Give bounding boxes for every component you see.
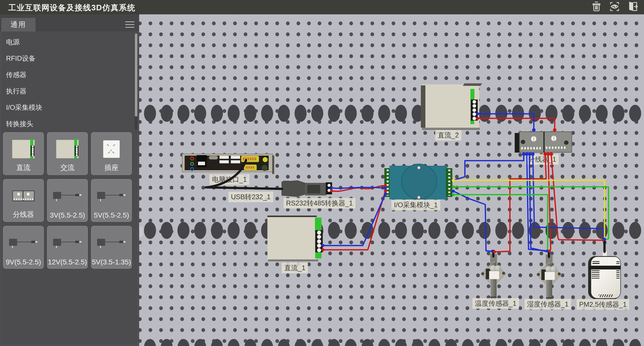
device-rs232-485-converter[interactable] [281,179,333,198]
palette-card-ac[interactable]: 交流 [47,132,88,175]
palette-card-dc[interactable]: 直流 [3,132,44,175]
category-menu: 电源 RFID设备 传感器 执行器 I/O采集模块 转换接头 [0,34,139,132]
device-splitter[interactable] [515,131,573,154]
round-connector-green [262,165,268,171]
view-preview-icon [609,1,621,14]
sidebar-scrollbar[interactable] [135,33,138,130]
device-label: 电脑接口_1 [210,174,249,185]
adapter-thumbnail [48,182,87,210]
sidebar: 通用 电源 RFID设备 传感器 执行器 I/O采集模块 转换接头 直流 [0,14,139,346]
palette-card-12v[interactable]: 12V(5.5-2.5) [47,226,88,269]
exit-icon [627,1,639,14]
usb-port-used [197,155,207,167]
exit-button[interactable] [626,1,639,13]
ps2-slot [209,156,218,159]
palette-card-5v-mini[interactable]: 5V(3.5-1.35) [91,226,132,269]
audio-jack-blue [190,167,194,171]
device-label: I/O采集模块_1 [391,200,440,210]
adapter-thumbnail [92,182,131,210]
serial-port-db9 [244,164,257,170]
trash-icon [590,1,602,14]
palette-card-splitter[interactable]: 分线器 [3,179,44,222]
device-io-module[interactable] [384,165,452,200]
socket-thumbnail [92,135,131,163]
adapter-thumbnail [4,229,43,257]
device-label: RS232转485转换器_1 [284,198,355,209]
app-window: 工业互联网设备及接线3D仿真系统 [0,0,644,346]
audio-jack-green [190,162,194,166]
sidebar-tab-row: 通用 [0,14,139,31]
top-bar: 工业互联网设备及接线3D仿真系统 [0,0,644,14]
device-pm25-sensor[interactable] [588,256,621,299]
splitter-thumbnail [4,182,43,210]
serial-port-db25 [241,156,259,162]
menu-icon[interactable] [125,21,134,30]
device-label: 温度传感器_1 [472,298,519,309]
device-label: USB转232_1 [228,192,273,202]
device-label: 分线器_1 [526,154,559,165]
device-label: PM2.5传感器_1 [577,299,629,310]
palette-card-9v[interactable]: 9V(5.5-2.5) [3,226,44,269]
io-terminal-strip-right [446,168,452,197]
audio-jack-red [190,157,194,160]
round-connector-yellow [263,157,268,162]
component-palette: 直流 交流 插座 分线器 [3,132,132,269]
tab-general[interactable]: 通用 [1,18,35,31]
ac-psu-thumbnail [48,135,87,163]
device-dc-power-2[interactable] [421,84,481,130]
adapter-thumbnail [92,229,131,257]
scrollbar-thumb[interactable] [135,33,137,117]
palette-card-socket[interactable]: 插座 [91,132,132,175]
app-title: 工业互联网设备及接线3D仿真系统 [8,3,136,13]
device-humidity-sensor[interactable] [536,254,562,302]
usb-ports [219,156,229,164]
sidebar-item-power[interactable]: 电源 [0,34,139,50]
dc-psu-thumbnail [4,135,43,163]
trash-button[interactable] [590,1,603,13]
device-computer-port[interactable] [182,154,273,172]
sidebar-item-io-module[interactable]: I/O采集模块 [0,99,139,116]
device-label: 湿度传感器_1 [525,299,571,309]
sidebar-item-sensor[interactable]: 传感器 [0,67,139,83]
usb-ports [231,156,240,164]
sidebar-item-converter[interactable]: 转换接头 [0,116,139,132]
view-button[interactable] [608,1,621,13]
device-temp-sensor[interactable] [481,253,506,301]
adapter-thumbnail [48,229,87,257]
palette-card-3v[interactable]: 3V(5.5-2.5) [47,179,88,222]
device-dc-power-1[interactable] [267,216,318,262]
palette-card-5v[interactable]: 5V(5.5-2.5) [91,179,132,222]
sidebar-item-rfid[interactable]: RFID设备 [0,50,139,67]
device-label: 直流_1 [282,263,308,273]
device-label: 直流_2 [435,130,461,141]
toolbar [590,1,639,13]
sidebar-item-actuator[interactable]: 执行器 [0,83,139,99]
